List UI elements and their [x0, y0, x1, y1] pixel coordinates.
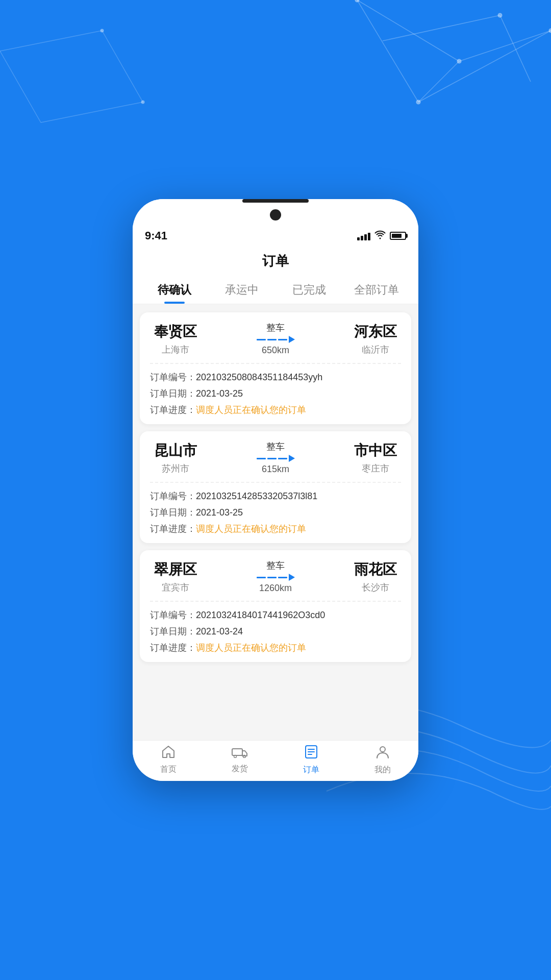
svg-point-8	[457, 59, 461, 63]
route-section-1: 奉贤区 上海市 整车 650km 河东区 临沂市	[140, 312, 411, 363]
order-progress-row-1: 订单进度： 调度人员正在确认您的订单	[150, 404, 401, 416]
tab-in-transit[interactable]: 承运中	[208, 277, 276, 304]
nav-home[interactable]: 首页	[133, 745, 204, 775]
nav-send[interactable]: 发货	[204, 746, 276, 774]
bottom-nav: 首页 发货 订单	[133, 740, 418, 781]
order-card-3[interactable]: 翠屏区 宜宾市 整车 1260km 雨花区 长沙市	[140, 550, 411, 662]
svg-point-17	[141, 101, 144, 104]
route-arrow-1	[257, 336, 295, 343]
route-arrow-3	[257, 574, 295, 581]
svg-line-12	[0, 31, 102, 51]
order-progress-row-2: 订单进度： 调度人员正在确认您的订单	[150, 523, 401, 535]
route-middle-1: 整车 650km	[201, 322, 350, 356]
tab-all[interactable]: 全部订单	[343, 277, 410, 304]
order-details-1: 订单编号： 2021032508084351184453yyh 订单日期： 20…	[140, 364, 411, 424]
svg-point-25	[380, 747, 385, 752]
svg-point-11	[498, 13, 502, 17]
notch-top	[133, 199, 418, 206]
order-no-row-2: 订单编号： 20210325142853320537l3l81	[150, 490, 401, 502]
nav-orders[interactable]: 订单	[276, 745, 347, 775]
svg-line-1	[459, 31, 551, 61]
order-no-row-1: 订单编号： 2021032508084351184453yyh	[150, 371, 401, 383]
order-details-2: 订单编号： 20210325142853320537l3l81 订单日期： 20…	[140, 483, 411, 543]
status-time: 9:41	[145, 229, 167, 242]
user-icon	[376, 745, 389, 763]
order-date-row-2: 订单日期： 2021-03-25	[150, 506, 401, 519]
orders-icon	[305, 745, 318, 763]
svg-line-14	[41, 102, 143, 122]
svg-point-7	[355, 0, 359, 2]
wifi-icon	[374, 230, 386, 242]
signal-icon	[357, 231, 370, 240]
route-middle-2: 整车 615km	[201, 440, 350, 475]
order-date-row-3: 订单日期： 2021-03-24	[150, 625, 401, 638]
truck-icon	[232, 746, 248, 762]
phone-camera	[270, 209, 281, 220]
order-progress-row-3: 订单进度： 调度人员正在确认您的订单	[150, 642, 401, 654]
order-details-3: 订单编号： 20210324184017441962O3cd0 订单日期： 20…	[140, 602, 411, 662]
svg-line-6	[500, 15, 531, 82]
route-section-3: 翠屏区 宜宾市 整车 1260km 雨花区 长沙市	[140, 550, 411, 601]
svg-point-10	[416, 100, 420, 104]
orders-list: 奉贤区 上海市 整车 650km 河东区 临沂市	[133, 304, 418, 740]
home-icon	[161, 745, 176, 762]
to-location-2: 市中区 枣庄市	[350, 441, 401, 475]
route-middle-3: 整车 1260km	[201, 559, 350, 594]
page-title: 订单	[133, 247, 418, 277]
svg-line-4	[418, 61, 459, 102]
svg-point-19	[234, 755, 237, 757]
svg-line-15	[0, 51, 41, 122]
tab-pending[interactable]: 待确认	[141, 277, 208, 304]
nav-mine[interactable]: 我的	[347, 745, 418, 775]
phone-frame: 9:41 订单 待确认	[133, 199, 418, 781]
to-location-3: 雨花区 长沙市	[350, 560, 401, 594]
order-no-row-3: 订单编号： 20210324184017441962O3cd0	[150, 609, 401, 621]
from-location-3: 翠屏区 宜宾市	[150, 560, 201, 594]
tabs-bar: 待确认 承运中 已完成 全部订单	[133, 277, 418, 304]
svg-line-5	[383, 15, 500, 41]
svg-line-3	[357, 0, 418, 102]
svg-rect-18	[232, 749, 242, 755]
from-location-1: 奉贤区 上海市	[150, 322, 201, 356]
notch-bar	[242, 199, 309, 203]
from-location-2: 昆山市 苏州市	[150, 441, 201, 475]
order-date-row-1: 订单日期： 2021-03-25	[150, 387, 401, 400]
svg-point-9	[549, 29, 551, 33]
svg-point-16	[101, 29, 104, 32]
svg-line-2	[418, 31, 551, 102]
svg-line-0	[357, 0, 459, 61]
tab-completed[interactable]: 已完成	[276, 277, 343, 304]
order-card-2[interactable]: 昆山市 苏州市 整车 615km 市中区 枣庄市	[140, 431, 411, 543]
route-section-2: 昆山市 苏州市 整车 615km 市中区 枣庄市	[140, 431, 411, 482]
to-location-1: 河东区 临沂市	[350, 322, 401, 356]
status-bar: 9:41	[133, 225, 418, 247]
svg-line-13	[102, 31, 143, 102]
order-card-1[interactable]: 奉贤区 上海市 整车 650km 河东区 临沂市	[140, 312, 411, 424]
battery-icon	[390, 232, 406, 240]
status-icons	[357, 230, 406, 242]
route-arrow-2	[257, 455, 295, 462]
